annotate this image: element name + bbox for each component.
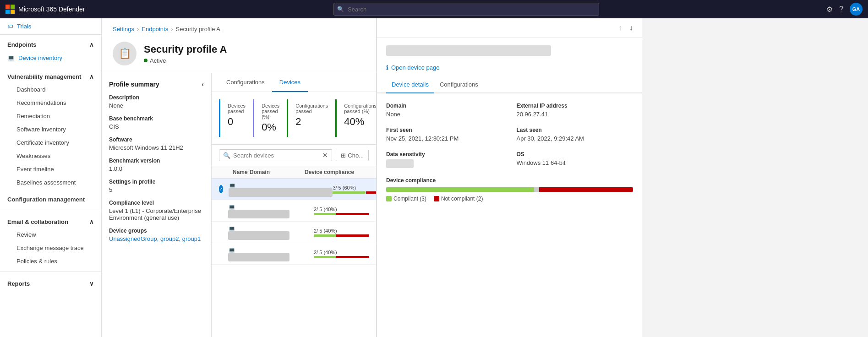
trials-icon: 🏷 xyxy=(7,23,13,30)
detail-label-last-seen: Last seen xyxy=(517,127,633,133)
sidebar-item-certificate-inventory[interactable]: Certificate inventory xyxy=(0,136,101,149)
vuln-section: Vulnerability management ∧ Dashboard Rec… xyxy=(0,67,101,191)
sidebar-item-policies-rules[interactable]: Policies & rules xyxy=(0,255,101,268)
bar-red-3 xyxy=(336,234,369,237)
summary-value-settings: 5 xyxy=(109,186,204,193)
tab-devices[interactable]: Devices xyxy=(272,73,308,92)
sidebar-item-device-inventory[interactable]: 💻 Device inventory xyxy=(0,51,101,65)
search-devices-input[interactable] xyxy=(233,152,320,159)
summary-value-device-groups[interactable]: UnassignedGroup, group2, group1 xyxy=(109,235,204,242)
legend-not-compliant: Not compliant (2) xyxy=(434,196,483,202)
sidebar-item-review[interactable]: Review xyxy=(0,228,101,241)
sidebar-item-remediation[interactable]: Remediation xyxy=(0,109,101,123)
table-row[interactable]: 💻 ████████ 2/ 5 (40%) xyxy=(212,222,376,243)
right-panel-nav: ↑ ↓ xyxy=(377,18,642,38)
columns-button[interactable]: ⊞ Cho... xyxy=(336,150,369,161)
compliance-bar-wrap-1: 3/ 5 (60%) xyxy=(333,185,376,194)
row-name-1: 💻 ████████████████ xyxy=(229,182,333,196)
compliance-bar-green xyxy=(386,187,534,192)
row-compliance-4: 2/ 5 (40%) xyxy=(314,250,369,258)
stat-value-configs-passed-pct: 40% xyxy=(344,116,376,128)
compliance-bar-gray xyxy=(534,187,539,192)
open-device-link[interactable]: ℹ Open device page xyxy=(377,64,642,76)
sidebar-item-configuration-management[interactable]: Configuration management xyxy=(0,193,101,206)
summary-value-benchmark: CIS xyxy=(109,123,204,130)
row-check-empty-3 xyxy=(219,228,223,236)
main-content: Settings › Endpoints › Security profile … xyxy=(102,18,868,337)
sidebar-item-software-inventory[interactable]: Software inventory xyxy=(0,123,101,136)
sidebar-item-recommendations[interactable]: Recommendations xyxy=(0,96,101,109)
search-devices-icon: 🔍 xyxy=(223,152,230,159)
collapse-icon[interactable]: ‹ xyxy=(202,81,204,88)
table-row[interactable]: ✓ 💻 ████████████████ 3/ 5 (60%) xyxy=(212,179,376,200)
breadcrumb-settings[interactable]: Settings xyxy=(113,26,134,33)
reports-header[interactable]: Reports ∨ xyxy=(0,276,101,290)
sidebar-item-weaknesses[interactable]: Weaknesses xyxy=(0,149,101,163)
tab-configurations[interactable]: Configurations xyxy=(219,73,272,92)
profile-header: 📋 Security profile A Active xyxy=(102,36,376,73)
compliance-text-4: 2/ 5 (40%) xyxy=(314,250,369,255)
svg-rect-0 xyxy=(5,5,10,9)
email-chevron-icon: ∧ xyxy=(89,218,94,225)
detail-external-ip: External IP address 20.96.27.41 xyxy=(517,103,633,118)
sidebar-item-trials[interactable]: 🏷 Trials xyxy=(0,18,101,35)
compliance-text-3: 2/ 5 (40%) xyxy=(314,228,369,234)
stat-devices-passed: Devices passed 0 xyxy=(219,99,253,137)
profile-summary: Profile summary ‹ Description None Base … xyxy=(102,73,212,337)
bar-red-4 xyxy=(336,256,369,258)
vuln-header[interactable]: Vulnerability management ∧ xyxy=(0,69,101,83)
summary-label-software: Software xyxy=(109,136,204,143)
bar-red-2 xyxy=(336,213,369,215)
compliance-bar-2 xyxy=(314,213,369,215)
stat-configs-passed: Configurations passed 2 xyxy=(287,99,335,137)
compliance-bar-wrap-3: 2/ 5 (40%) xyxy=(314,228,369,237)
breadcrumb-sep-2: › xyxy=(171,26,173,33)
row-check-empty-4 xyxy=(219,250,223,258)
row-name-2: 💻 ████████ xyxy=(228,204,289,217)
nav-down-arrow[interactable]: ↓ xyxy=(628,22,635,34)
status-dot xyxy=(144,59,147,62)
stat-configs-passed-pct: Configurations passed (%) 40% xyxy=(335,99,376,137)
sidebar-item-event-timeline[interactable]: Event timeline xyxy=(0,163,101,176)
open-device-label: Open device page xyxy=(391,64,440,71)
email-header[interactable]: Email & collaboration ∧ xyxy=(0,214,101,228)
profile-icon-symbol: 📋 xyxy=(119,48,131,60)
summary-value-compliance-level: Level 1 (L1) - Corporate/Enterprise Envi… xyxy=(109,207,204,221)
endpoints-chevron-icon: ∧ xyxy=(89,41,94,48)
detail-label-os: OS xyxy=(517,151,633,158)
layout: 🏷 Trials Endpoints ∧ 💻 Device inventory … xyxy=(0,18,868,337)
sidebar-item-exchange-message-trace[interactable]: Exchange message trace xyxy=(0,241,101,255)
compliance-bar-3 xyxy=(314,234,369,237)
topbar-actions: ⚙ ? GA xyxy=(826,3,863,16)
r-tab-device-details[interactable]: Device details xyxy=(386,76,434,93)
clear-search-icon[interactable]: ✕ xyxy=(322,152,328,159)
stat-label-devices-passed-pct: Devices passed (%) xyxy=(262,103,279,120)
detail-value-last-seen: Apr 30, 2022, 9:29:42 AM xyxy=(517,135,633,142)
device-name-blurred-2: ████████ xyxy=(228,210,289,218)
profile-panel: Settings › Endpoints › Security profile … xyxy=(102,18,377,337)
right-panel-tabs: Device details Configurations xyxy=(377,76,642,93)
bar-green-3 xyxy=(314,234,336,237)
breadcrumb-current: Security profile A xyxy=(176,26,221,33)
sidebar-item-dashboard[interactable]: Dashboard xyxy=(0,83,101,96)
endpoints-header[interactable]: Endpoints ∧ xyxy=(0,37,101,51)
summary-field-device-groups: Device groups UnassignedGroup, group2, g… xyxy=(109,228,204,242)
settings-icon[interactable]: ⚙ xyxy=(826,5,833,14)
device-inventory-label: Device inventory xyxy=(18,54,62,61)
table-row[interactable]: 💻 ████████ 2/ 5 (40%) xyxy=(212,200,376,222)
stats-row: Devices passed 0 Devices passed (%) 0% C… xyxy=(212,92,376,145)
nav-up-arrow[interactable]: ↑ xyxy=(617,22,624,34)
global-search-input[interactable] xyxy=(333,3,599,16)
r-tab-configurations[interactable]: Configurations xyxy=(434,76,484,93)
detail-domain: Domain None xyxy=(386,103,503,118)
help-icon[interactable]: ? xyxy=(839,5,843,13)
detail-label-external-ip: External IP address xyxy=(517,103,633,109)
table-row[interactable]: 💻 ████████ 2/ 5 (40%) xyxy=(212,243,376,265)
summary-title: Profile summary ‹ xyxy=(109,81,204,88)
sidebar-item-baselines-assessment[interactable]: Baselines assessment xyxy=(0,176,101,189)
right-panel-body: Domain None External IP address 20.96.27… xyxy=(377,93,642,337)
avatar[interactable]: GA xyxy=(850,3,863,16)
breadcrumb-endpoints[interactable]: Endpoints xyxy=(142,26,168,33)
search-area: 🔍 xyxy=(106,3,826,16)
stat-label-configs-passed: Configurations passed xyxy=(295,103,328,114)
